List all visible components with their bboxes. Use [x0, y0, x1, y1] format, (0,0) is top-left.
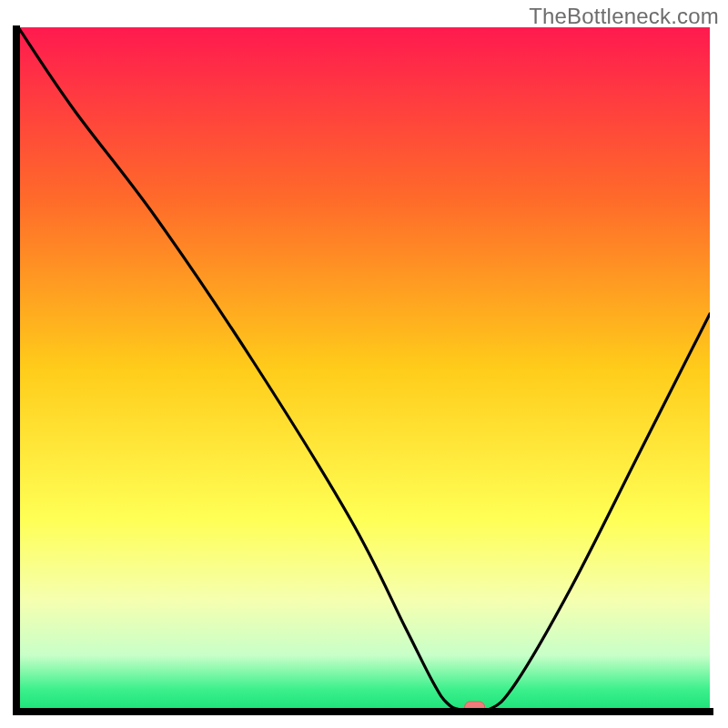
- x-axis: [13, 708, 713, 715]
- chart-svg: [0, 0, 728, 728]
- bottleneck-chart: TheBottleneck.com: [0, 0, 728, 728]
- plot-background: [18, 27, 710, 710]
- y-axis: [13, 25, 20, 713]
- watermark-text: TheBottleneck.com: [529, 4, 719, 29]
